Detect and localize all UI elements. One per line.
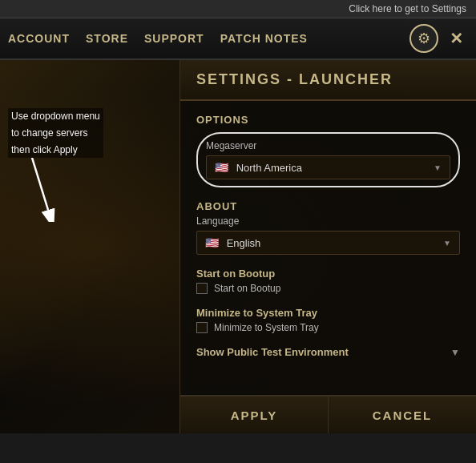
settings-panel: SETTINGS - LAUNCHER OPTIONS Megaserver 🇺… [180, 60, 476, 433]
button-bar: APPLY CANCEL [180, 395, 476, 433]
settings-title: SETTINGS - LAUNCHER [196, 71, 393, 87]
language-group: Language 🇺🇸 English ▼ [196, 215, 460, 255]
language-chevron-icon: ▼ [443, 239, 451, 248]
start-on-bootup-checkbox[interactable] [196, 283, 208, 294]
nav-items: ACCOUNT STORE SUPPORT PATCH NOTES [8, 28, 409, 49]
start-on-bootup-option: Start on Bootup Start on Bootup [196, 268, 460, 294]
settings-hint[interactable]: Click here to get to Settings [0, 0, 476, 18]
tooltip-arrow [8, 158, 72, 222]
megaserver-flag: 🇺🇸 [215, 161, 228, 174]
megaserver-group: Megaserver 🇺🇸 North America ▼ [196, 132, 460, 187]
megaserver-chevron-icon: ▼ [434, 163, 442, 172]
hint-text: Click here to get to Settings [349, 3, 466, 14]
apply-button[interactable]: APPLY [180, 397, 329, 433]
start-on-bootup-title: Start on Bootup [196, 268, 460, 280]
tooltip-line3: then click Apply [8, 142, 103, 159]
nav-item-account[interactable]: ACCOUNT [8, 28, 70, 49]
minimize-to-tray-checkbox[interactable] [196, 322, 208, 333]
tooltip-line1: Use dropdown menu [8, 108, 103, 125]
start-on-bootup-row: Start on Bootup [196, 283, 460, 294]
language-value: English [227, 237, 261, 249]
cancel-button[interactable]: CANCEL [329, 397, 476, 433]
nav-item-patch-notes[interactable]: PATCH NOTES [220, 28, 308, 49]
pte-title: Show Public Test Environment [196, 346, 349, 358]
language-label: Language [196, 215, 460, 227]
tooltip-area: Use dropdown menu to change servers then… [8, 108, 103, 222]
language-flag: 🇺🇸 [205, 236, 219, 249]
nav-actions: ⚙ ✕ [409, 24, 468, 53]
minimize-to-tray-option: Minimize to System Tray Minimize to Syst… [196, 307, 460, 333]
pte-chevron-icon: ▼ [450, 347, 460, 358]
main-area: Use dropdown menu to change servers then… [0, 60, 476, 433]
minimize-to-tray-row: Minimize to System Tray [196, 322, 460, 333]
options-label: OPTIONS [196, 114, 460, 126]
language-select[interactable]: 🇺🇸 English ▼ [196, 231, 460, 255]
minimize-to-tray-label: Minimize to System Tray [214, 322, 319, 333]
start-on-bootup-label: Start on Bootup [214, 283, 280, 294]
settings-header: SETTINGS - LAUNCHER [180, 60, 476, 101]
close-button[interactable]: ✕ [445, 26, 468, 51]
pte-option[interactable]: Show Public Test Environment ▼ [196, 346, 460, 358]
megaserver-label: Megaserver [206, 140, 450, 151]
gear-icon: ⚙ [418, 30, 430, 47]
about-label: ABOUT [196, 200, 460, 212]
gear-button[interactable]: ⚙ [409, 24, 438, 53]
tooltip-line2: to change servers [8, 125, 103, 142]
minimize-to-tray-title: Minimize to System Tray [196, 307, 460, 319]
nav-bar: ACCOUNT STORE SUPPORT PATCH NOTES ⚙ ✕ [0, 18, 476, 60]
megaserver-value: North America [236, 162, 302, 174]
nav-item-support[interactable]: SUPPORT [144, 28, 204, 49]
svg-line-1 [32, 158, 48, 210]
close-icon: ✕ [450, 30, 463, 47]
nav-item-store[interactable]: STORE [86, 28, 128, 49]
megaserver-select[interactable]: 🇺🇸 North America ▼ [206, 155, 450, 179]
settings-body: OPTIONS Megaserver 🇺🇸 North America ▼ AB… [180, 101, 476, 395]
